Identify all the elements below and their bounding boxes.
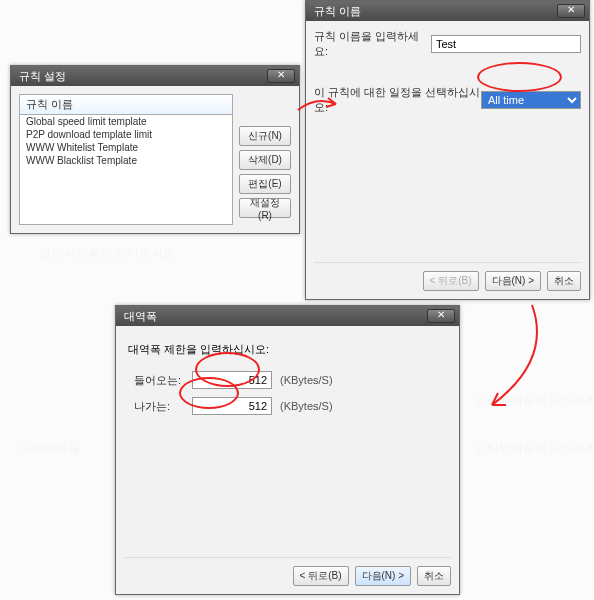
reset-button[interactable]: 재설정(R) bbox=[239, 198, 291, 218]
list-item[interactable]: Global speed limit template bbox=[20, 115, 232, 128]
cancel-button[interactable]: 취소 bbox=[417, 566, 451, 586]
window-title: 규칙 설정 bbox=[19, 69, 267, 84]
incoming-input[interactable] bbox=[192, 371, 272, 389]
titlebar[interactable]: 대역폭 ✕ bbox=[116, 306, 459, 326]
rule-settings-window: 규칙 설정 ✕ 규칙 이름 Global speed limit templat… bbox=[10, 65, 300, 234]
close-icon[interactable]: ✕ bbox=[557, 4, 585, 18]
delete-button[interactable]: 삭제(D) bbox=[239, 150, 291, 170]
unit-label: (KBytes/S) bbox=[280, 400, 333, 412]
edit-button[interactable]: 편집(E) bbox=[239, 174, 291, 194]
close-icon[interactable]: ✕ bbox=[427, 309, 455, 323]
cancel-button[interactable]: 취소 bbox=[547, 271, 581, 291]
rule-list-header: 규칙 이름 bbox=[19, 94, 233, 115]
incoming-label: 들어오는: bbox=[134, 373, 184, 388]
outgoing-input[interactable] bbox=[192, 397, 272, 415]
window-title: 규칙 이름 bbox=[314, 4, 557, 19]
unit-label: (KBytes/S) bbox=[280, 374, 333, 386]
schedule-prompt-label: 이 규칙에 대한 일정을 선택하십시오: bbox=[314, 85, 481, 115]
annotation-arrow bbox=[462, 300, 552, 420]
schedule-select[interactable]: All time bbox=[481, 91, 581, 109]
rule-list[interactable]: Global speed limit template P2P download… bbox=[19, 115, 233, 225]
name-prompt-label: 규칙 이름을 입력하세요: bbox=[314, 29, 431, 59]
list-item[interactable]: WWW Whitelist Template bbox=[20, 141, 232, 154]
titlebar[interactable]: 규칙 이름 ✕ bbox=[306, 1, 589, 21]
next-button[interactable]: 다음(N) > bbox=[485, 271, 542, 291]
back-button[interactable]: < 뒤로(B) bbox=[293, 566, 349, 586]
list-item[interactable]: P2P download template limit bbox=[20, 128, 232, 141]
back-button: < 뒤로(B) bbox=[423, 271, 479, 291]
rule-name-input[interactable] bbox=[431, 35, 581, 53]
bandwidth-prompt-label: 대역폭 제한을 입력하십시오: bbox=[128, 342, 451, 357]
titlebar[interactable]: 규칙 설정 ✕ bbox=[11, 66, 299, 86]
list-item[interactable]: WWW Blacklist Template bbox=[20, 154, 232, 167]
next-button[interactable]: 다음(N) > bbox=[355, 566, 412, 586]
window-title: 대역폭 bbox=[124, 309, 427, 324]
outgoing-label: 나가는: bbox=[134, 399, 184, 414]
bandwidth-window: 대역폭 ✕ 대역폭 제한을 입력하십시오: 들어오는: (KBytes/S) 나… bbox=[115, 305, 460, 595]
rule-name-window: 규칙 이름 ✕ 규칙 이름을 입력하세요: 이 규칙에 대한 일정을 선택하십시… bbox=[305, 0, 590, 300]
close-icon[interactable]: ✕ bbox=[267, 69, 295, 83]
new-button[interactable]: 신규(N) bbox=[239, 126, 291, 146]
